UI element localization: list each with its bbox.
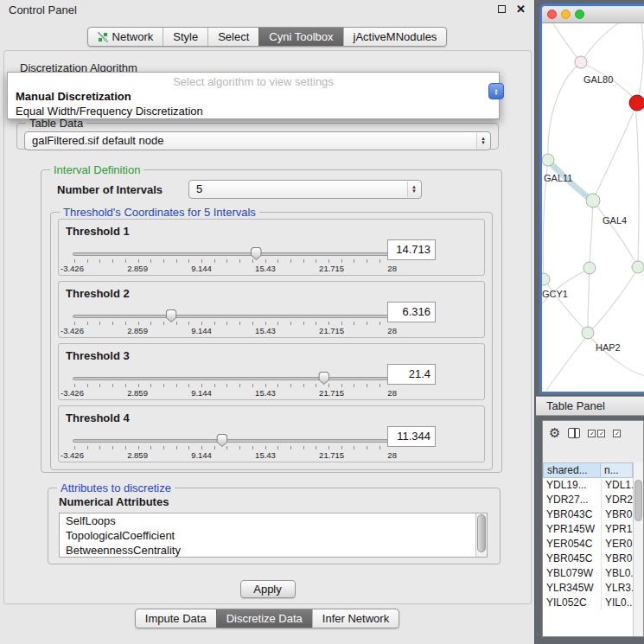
table-cell[interactable]: YLR345W [543,581,601,596]
table-cell[interactable]: YIL0... [601,596,633,610]
slider-track[interactable] [73,252,391,256]
table-cell[interactable]: YBR045C [543,552,601,566]
attributes-scrollbar[interactable] [475,513,487,557]
table-row[interactable]: YER054CYER0... [543,537,633,552]
table-cell[interactable]: YBR043C [543,507,601,522]
threshold-group: Threshold 2-3.4262.8599.14415.4321.71528… [58,281,485,338]
table-cell[interactable]: YPR1... [601,522,633,537]
close-icon[interactable]: ✕ [516,4,526,14]
table-cell[interactable]: YBR0... [601,552,633,566]
select-all-icon[interactable]: ✓ ✓ [588,430,605,437]
table-cell[interactable]: YLR3... [601,581,633,596]
table-row[interactable]: YDR27...YDR2... [543,493,633,507]
table-cell[interactable]: YDL19... [543,478,601,493]
numerical-attributes-list[interactable]: SelfLoopsTopologicalCoefficientBetweenne… [59,513,488,558]
network-node-highlighted[interactable] [629,95,644,111]
combo-stepper-icon[interactable]: ▲ ▼ [407,182,420,197]
table-row[interactable]: YBR043CYBR0... [543,507,633,522]
slider-thumb-face [252,248,261,259]
network-node[interactable] [632,261,644,273]
scale-tick-label: 28 [387,264,397,273]
slider-track[interactable] [73,315,391,318]
network-node[interactable] [542,273,550,285]
scale-tick-label: 15.43 [255,326,276,335]
slider-track[interactable] [73,377,391,380]
slider-thumb[interactable] [251,247,262,260]
threshold-slider[interactable]: -3.4262.8599.14415.4321.71528 [73,309,391,339]
network-node[interactable] [583,262,596,274]
tab-label: Cyni Toolbox [269,28,333,46]
thresholds-group: Threshold's Coordinates for 5 Intervals … [50,206,493,470]
columns-icon[interactable] [568,428,580,438]
table-cell[interactable]: YER0... [601,537,633,552]
attribute-list-item[interactable]: SelfLoops [60,513,487,528]
table-cell[interactable]: YBL079W [543,566,601,581]
slider-thumb[interactable] [318,372,329,385]
slider-thumb[interactable] [166,309,177,322]
network-canvas[interactable]: GAL80 GAL11 GAL4 GCY1 HAP2 [542,23,644,392]
table-scrollbar[interactable] [633,462,643,636]
threshold-slider[interactable]: -3.4262.8599.14415.4321.71528 [73,434,391,463]
table-row[interactable]: YBL079WYBL0... [543,566,633,581]
table-cell[interactable]: YDR2... [601,493,633,507]
threshold-value-field[interactable]: 14.713 [387,239,436,260]
network-node[interactable] [575,56,587,68]
attribute-list-item[interactable]: TopologicalCoefficient [60,528,487,543]
tab-style[interactable]: Style [163,28,207,46]
cyni-toolbox-panel: Discretization Algorithm Select algorith… [3,50,532,604]
numerical-attributes-label: Numerical Attributes [59,495,494,508]
apply-button[interactable]: Apply [240,580,296,598]
table-data-combobox[interactable]: galFiltered.sif default node ▲ ▼ [24,131,491,150]
attribute-list-item[interactable]: BetweennessCentrality [60,543,487,558]
checkbox-icon[interactable]: ✓ [613,430,621,437]
tab-impute-data[interactable]: Impute Data [136,609,216,628]
column-header[interactable]: shared... [543,462,601,478]
table-row[interactable]: YIL052CYIL0... [543,596,633,610]
threshold-value-field[interactable]: 11.344 [387,426,436,447]
table-cell[interactable]: YPR145W [543,522,601,537]
stepper-down-icon: ▼ [481,141,486,145]
network-node[interactable] [582,327,594,339]
threshold-value-field[interactable]: 21.4 [387,364,436,385]
mac-zoom-icon[interactable] [575,10,584,19]
slider-track[interactable] [73,439,391,443]
network-node[interactable] [586,194,600,207]
table-scrollbar-thumb[interactable] [634,480,642,521]
table-cell[interactable]: YDR27... [543,493,601,507]
table-row[interactable]: YPR145WYPR1... [543,522,633,537]
threshold-slider[interactable]: -3.4262.8599.14415.4321.71528 [73,372,391,401]
gear-icon[interactable]: ⚙ [549,426,560,440]
number-of-intervals-label: Number of Intervals [57,183,188,196]
table-cell[interactable]: YER054C [543,537,601,552]
combo-stepper-icon[interactable]: ▲ ▼ [476,133,489,149]
attributes-scrollbar-thumb[interactable] [477,514,486,552]
network-node[interactable] [542,154,554,166]
mac-minimize-icon[interactable] [561,10,571,19]
algorithm-combo-stepper[interactable]: ▲ ▼ [488,83,504,99]
threshold-slider[interactable]: -3.4262.8599.14415.4321.71528 [73,247,391,277]
threshold-value-field[interactable]: 6.316 [387,302,436,322]
tab-discretize-data[interactable]: Discretize Data [216,609,312,628]
table-cell[interactable]: YBR0... [601,507,633,522]
tab-network[interactable]: Network [88,28,163,46]
table-cell[interactable]: YBL0... [601,566,633,581]
scale-tick-label: 9.144 [191,326,212,335]
table-row[interactable]: YLR345WYLR3... [543,581,633,596]
node-label: HAP2 [596,342,621,353]
table-cell[interactable]: YDL1... [601,478,633,493]
slider-scale: -3.4262.8599.14415.4321.71528 [61,388,397,398]
tab-infer-network[interactable]: Infer Network [312,609,399,628]
mac-close-icon[interactable] [547,10,557,19]
algorithm-option[interactable]: Manual Discretization [8,89,499,104]
table-row[interactable]: YDL19...YDL1... [543,478,633,493]
table-cell[interactable]: YIL052C [543,596,601,610]
algorithm-option[interactable]: Equal Width/Frequency Discretization [8,104,499,118]
column-header[interactable]: n... [601,462,633,478]
slider-thumb[interactable] [216,434,227,447]
tab-jactivemnodules[interactable]: jActiveMNodules [343,28,447,46]
float-window-icon[interactable] [498,5,506,13]
tab-select[interactable]: Select [207,28,258,46]
tab-cyni-toolbox[interactable]: Cyni Toolbox [258,28,342,46]
table-row[interactable]: YBR045CYBR0... [543,552,633,566]
number-of-intervals-combobox[interactable]: 5 ▲ ▼ [188,180,422,199]
